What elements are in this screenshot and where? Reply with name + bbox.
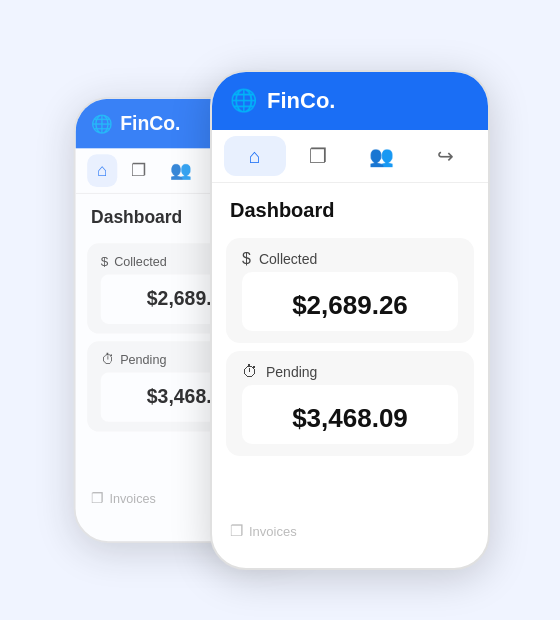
front-users-icon: 👥: [369, 144, 394, 168]
back-nav-documents[interactable]: ❐: [121, 154, 156, 187]
front-logout-icon: ↪: [437, 144, 454, 168]
front-clock-icon: ⏱: [242, 363, 258, 381]
front-page-title: Dashboard: [212, 183, 488, 230]
front-collected-label: $ Collected: [242, 250, 458, 268]
back-dollar-icon: $: [101, 253, 109, 269]
back-pending-text: Pending: [120, 352, 166, 367]
front-nav-logout[interactable]: ↪: [415, 136, 477, 176]
front-nav-home[interactable]: ⌂: [224, 136, 286, 176]
front-invoices-label: ❐ Invoices: [212, 504, 315, 558]
front-collected-text: Collected: [259, 251, 317, 267]
front-nav-bar: ⌂ ❐ 👥 ↪: [212, 130, 488, 183]
front-home-icon: ⌂: [249, 145, 261, 168]
front-logo-icon: 🌐: [230, 88, 257, 114]
front-collected-card: $ Collected $2,689.26: [226, 238, 474, 343]
front-collected-value: $2,689.26: [246, 276, 454, 327]
front-dollar-icon: $: [242, 250, 251, 268]
back-collected-text: Collected: [114, 254, 167, 269]
front-nav-documents[interactable]: ❐: [288, 136, 350, 176]
back-users-icon: 👥: [170, 160, 191, 181]
back-invoices-icon: ❐: [91, 491, 104, 507]
front-invoices-icon: ❐: [230, 522, 243, 540]
front-phone-header: 🌐 FinCo.: [212, 72, 488, 130]
front-nav-users[interactable]: 👥: [351, 136, 413, 176]
back-nav-users[interactable]: 👥: [160, 154, 201, 187]
back-logo-icon: 🌐: [91, 113, 112, 134]
front-documents-icon: ❐: [309, 144, 327, 168]
back-clock-icon: ⏱: [101, 351, 115, 367]
scene: 🌐 FinCo. ⌂ ❐ 👥 Dashboard $ Collected $2,…: [70, 30, 490, 590]
phone-front: 🌐 FinCo. ⌂ ❐ 👥 ↪ Dashboard $ Collected: [210, 70, 490, 570]
front-pending-text: Pending: [266, 364, 317, 380]
front-pending-label: ⏱ Pending: [242, 363, 458, 381]
back-documents-icon: ❐: [131, 160, 147, 181]
front-pending-card: ⏱ Pending $3,468.09: [226, 351, 474, 456]
back-brand-name: FinCo.: [120, 112, 180, 134]
front-pending-value: $3,468.09: [246, 389, 454, 440]
back-nav-home[interactable]: ⌂: [87, 154, 117, 187]
back-home-icon: ⌂: [97, 160, 108, 180]
back-invoices-text: Invoices: [109, 491, 155, 506]
back-invoices-label: ❐ Invoices: [76, 475, 172, 522]
front-brand-name: FinCo.: [267, 88, 335, 114]
front-invoices-text: Invoices: [249, 524, 297, 539]
